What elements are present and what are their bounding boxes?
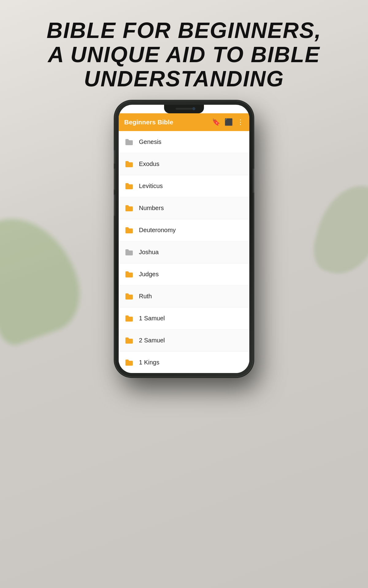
book-name: Deuteronomy xyxy=(139,227,176,234)
book-list-item[interactable]: Ruth xyxy=(119,285,249,307)
folder-icon xyxy=(125,227,133,234)
phone-notch xyxy=(164,105,204,113)
share-icon[interactable]: ⬛ xyxy=(224,118,233,126)
book-list-item[interactable]: Judges xyxy=(119,263,249,285)
book-list-item[interactable]: 1 Kings xyxy=(119,352,249,373)
book-list-item[interactable]: Genesis xyxy=(119,131,249,153)
main-title: BIBLE FOR BEGINNERS, A UNIQUE AID TO BIB… xyxy=(18,18,350,91)
book-list-item[interactable]: Numbers xyxy=(119,197,249,219)
side-button-left-3 xyxy=(114,194,115,216)
more-icon[interactable]: ⋮ xyxy=(237,118,244,126)
phone-mockup: Beginners Bible 🔖 ⬛ ⋮ Genesis Exodus xyxy=(98,101,270,438)
book-list-item[interactable]: Deuteronomy xyxy=(119,219,249,241)
folder-icon xyxy=(125,205,133,212)
book-name: Genesis xyxy=(139,138,161,145)
folder-icon xyxy=(125,359,133,366)
folder-icon xyxy=(125,183,133,190)
book-list: Genesis Exodus Leviticus Numbers Deutero… xyxy=(119,131,249,373)
side-button-right xyxy=(253,168,254,193)
speaker-bar xyxy=(176,108,193,110)
book-list-item[interactable]: Leviticus xyxy=(119,175,249,197)
side-button-left-1 xyxy=(114,150,115,164)
header-icons: 🔖 ⬛ ⋮ xyxy=(212,118,244,126)
folder-icon xyxy=(125,249,133,256)
app-title: Beginners Bible xyxy=(124,119,212,126)
book-name: Joshua xyxy=(139,249,159,256)
camera-dot xyxy=(192,107,195,110)
folder-icon xyxy=(125,337,133,344)
bookmark-icon[interactable]: 🔖 xyxy=(212,118,220,126)
side-button-left-2 xyxy=(114,168,115,190)
folder-icon xyxy=(125,293,133,300)
folder-icon xyxy=(125,138,133,146)
book-list-item[interactable]: 2 Samuel xyxy=(119,330,249,352)
book-name: 2 Samuel xyxy=(139,337,165,344)
book-name: Ruth xyxy=(139,293,152,300)
folder-icon xyxy=(125,271,133,278)
folder-icon xyxy=(125,160,133,168)
book-list-item[interactable]: 1 Samuel xyxy=(119,307,249,330)
book-name: 1 Samuel xyxy=(139,315,165,322)
book-name: 1 Kings xyxy=(139,359,159,366)
book-name: Judges xyxy=(139,271,159,278)
book-list-item[interactable]: Joshua xyxy=(119,241,249,263)
book-list-item[interactable]: Exodus xyxy=(119,153,249,175)
book-name: Numbers xyxy=(139,205,164,212)
title-area: BIBLE FOR BEGINNERS, A UNIQUE AID TO BIB… xyxy=(0,12,368,97)
book-name: Leviticus xyxy=(139,183,163,190)
book-name: Exodus xyxy=(139,160,159,168)
phone-body: Beginners Bible 🔖 ⬛ ⋮ Genesis Exodus xyxy=(115,101,253,377)
app-header: Beginners Bible 🔖 ⬛ ⋮ xyxy=(119,113,249,131)
phone-screen: Beginners Bible 🔖 ⬛ ⋮ Genesis Exodus xyxy=(119,105,249,373)
folder-icon xyxy=(125,315,133,322)
